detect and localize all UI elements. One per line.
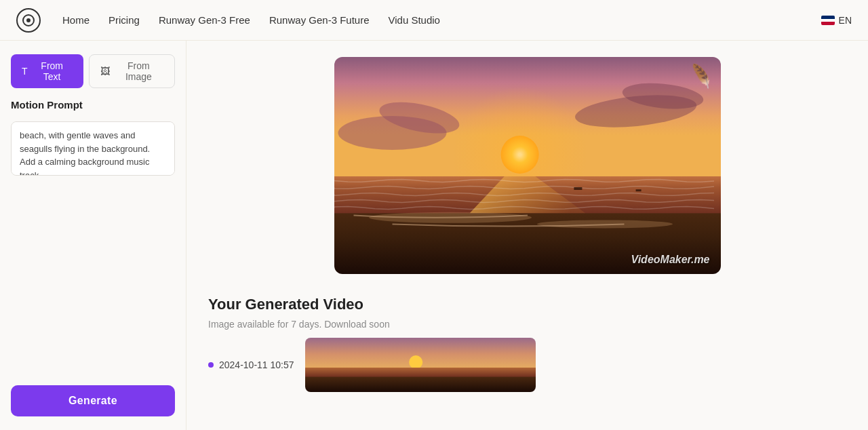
video-thumbnail[interactable] xyxy=(305,338,536,392)
tab-from-text-label: From Text xyxy=(32,60,73,82)
motion-prompt-textarea[interactable] xyxy=(11,121,175,176)
video-timestamp: 2024-10-11 10:57 xyxy=(219,359,294,370)
generated-title: Your Generated Video xyxy=(208,296,846,313)
tab-from-text[interactable]: T From Text xyxy=(11,54,83,88)
svg-point-1 xyxy=(26,18,31,22)
preview-canvas xyxy=(334,57,721,274)
nav-runway-gen3-free[interactable]: Runway Gen-3 Free xyxy=(159,14,250,26)
tab-buttons: T From Text 🖼 From Image xyxy=(11,54,175,88)
nav-runway-gen3-future[interactable]: Runway Gen-3 Future xyxy=(269,14,370,26)
text-icon: T xyxy=(22,66,28,77)
generated-subtitle: Image available for 7 days. Download soo… xyxy=(208,319,846,330)
header: Home Pricing Runway Gen-3 Free Runway Ge… xyxy=(0,0,868,41)
nav-pricing[interactable]: Pricing xyxy=(108,14,140,26)
tab-from-image-label: From Image xyxy=(114,60,163,82)
dot-icon xyxy=(208,362,214,368)
sidebar-spacer xyxy=(11,187,175,374)
generate-button[interactable]: Generate xyxy=(11,385,175,416)
video-entry: 2024-10-11 10:57 xyxy=(208,338,846,392)
image-icon: 🖼 xyxy=(100,66,110,77)
generated-section: Your Generated Video Image available for… xyxy=(208,296,846,392)
flag-icon xyxy=(821,16,835,25)
content-area: 🪶 VideoMaker.me Your Generated Video Ima… xyxy=(186,41,868,430)
main-nav: Home Pricing Runway Gen-3 Free Runway Ge… xyxy=(62,14,440,26)
header-left: Home Pricing Runway Gen-3 Free Runway Ge… xyxy=(16,8,440,33)
video-thumb-canvas xyxy=(305,338,536,392)
video-list: 2024-10-11 10:57 xyxy=(208,338,846,392)
preview-image-container: 🪶 VideoMaker.me xyxy=(334,57,721,274)
sidebar: T From Text 🖼 From Image Motion Prompt G… xyxy=(0,41,186,430)
tab-from-image[interactable]: 🖼 From Image xyxy=(89,54,175,88)
video-date: 2024-10-11 10:57 xyxy=(208,359,294,370)
main-layout: T From Text 🖼 From Image Motion Prompt G… xyxy=(0,41,868,430)
nav-home[interactable]: Home xyxy=(62,14,90,26)
lang-label: EN xyxy=(839,15,852,26)
logo-icon[interactable] xyxy=(16,8,41,33)
lang-switcher[interactable]: EN xyxy=(821,15,852,26)
motion-prompt-label: Motion Prompt xyxy=(11,99,175,111)
header-right: EN xyxy=(821,15,852,26)
nav-vidu-studio[interactable]: Vidu Studio xyxy=(389,14,440,26)
